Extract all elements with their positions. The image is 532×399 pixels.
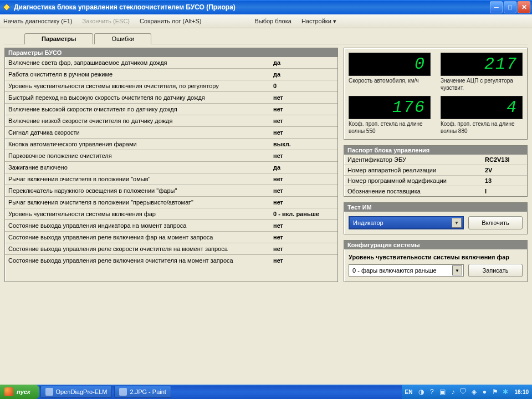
- param-value: нет: [270, 150, 337, 161]
- param-row[interactable]: Парковочное положение очистителянет: [5, 150, 337, 162]
- param-row[interactable]: Работа очистителя в ручном режимеда: [5, 69, 337, 80]
- test-im-select[interactable]: Индикатор ▼: [349, 216, 464, 229]
- passport-key: Номер программной модификации: [347, 177, 485, 184]
- passport-header: Паспорт блока управления: [344, 146, 527, 155]
- gauges-panel: 0Скорость автомобиля, км/ч217Значение АЦ…: [344, 48, 528, 140]
- config-select[interactable]: 0 - фары включаются раньше ▼: [349, 264, 464, 277]
- param-row[interactable]: Кнопка автоматического управления фарами…: [5, 139, 337, 150]
- param-row[interactable]: Зажигание включенода: [5, 162, 337, 173]
- maximize-button[interactable]: □: [504, 1, 516, 13]
- taskbar: пуск OpenDiagPro-ELM2.JPG - Paint EN ◑ ?…: [0, 385, 532, 399]
- param-label: Состояние выхода управления индикатора н…: [5, 220, 270, 231]
- window-title: Диагностика блока управления стеклоочист…: [14, 3, 236, 11]
- windows-logo-icon: [4, 387, 13, 396]
- tray-icon[interactable]: ?: [428, 388, 436, 396]
- tray-icon[interactable]: ✱: [502, 388, 509, 396]
- tray-icon[interactable]: ●: [480, 388, 488, 396]
- param-value: нет: [270, 115, 337, 126]
- param-row[interactable]: Состояние выхода управления индикатора н…: [5, 220, 337, 232]
- start-button[interactable]: пуск: [0, 385, 39, 399]
- close-button[interactable]: ✕: [518, 1, 530, 13]
- param-row[interactable]: Включение низкой скорости очистителя по …: [5, 115, 337, 127]
- toolbar-settings[interactable]: Настройки ▾: [301, 18, 336, 25]
- passport-value: 2V: [485, 167, 524, 173]
- param-value: нет: [270, 255, 337, 266]
- param-row[interactable]: Переключатель наружного освещения в поло…: [5, 185, 337, 197]
- param-row[interactable]: Включение света фар, запрашиваемое датчи…: [5, 57, 337, 69]
- passport-row: Номер аппаратной реализации2V: [344, 165, 527, 176]
- passport-value: 13: [485, 177, 524, 184]
- config-write-button[interactable]: Записать: [468, 264, 523, 277]
- param-value: выкл.: [270, 139, 337, 150]
- param-row[interactable]: Включение высокой скорости очистителя по…: [5, 104, 337, 115]
- param-value: нет: [270, 243, 337, 254]
- test-im-enable-button[interactable]: Включить: [468, 216, 523, 229]
- param-label: Рычаг включения очистителя в положении "…: [5, 173, 270, 185]
- minimize-button[interactable]: ─: [490, 1, 503, 13]
- taskbar-clock: 16:10: [514, 389, 529, 395]
- gauge-display: 0: [349, 53, 431, 76]
- param-label: Включение высокой скорости очистителя по…: [5, 104, 270, 115]
- tray-icon[interactable]: ◈: [470, 388, 478, 396]
- param-row[interactable]: Уровень чувствительности системы включен…: [5, 208, 337, 220]
- param-value: нет: [270, 197, 337, 208]
- param-value: да: [270, 57, 337, 68]
- config-panel: Конфигурация системы Уровень чувствитель…: [344, 240, 528, 282]
- param-row[interactable]: Состояние выхода управления реле включен…: [5, 232, 337, 243]
- config-selected-value: 0 - фары включаются раньше: [352, 267, 437, 274]
- gauge-display: 176: [349, 96, 431, 119]
- param-value: нет: [270, 127, 337, 138]
- toolbar-start-diag[interactable]: Начать диагностику (F1): [3, 18, 72, 24]
- param-label: Уровень чувствительности системы включен…: [5, 80, 270, 91]
- gauge: 4Коэф. проп. стекла на длине волны 880: [441, 96, 523, 135]
- passport-row: Обозначение поставщикаI: [344, 186, 527, 196]
- config-header: Конфигурация системы: [344, 241, 527, 249]
- param-label: Кнопка автоматического управления фарами: [5, 139, 270, 150]
- chevron-down-icon: ▼: [452, 218, 462, 228]
- tab-params[interactable]: Параметры: [24, 33, 93, 44]
- param-value: 0 - вкл. раньше: [270, 208, 337, 219]
- param-row[interactable]: Рычаг включения очистителя в положении "…: [5, 197, 337, 208]
- language-indicator[interactable]: EN: [405, 389, 413, 395]
- tabs: Параметры Ошибки: [24, 33, 528, 44]
- test-im-header: Тест ИМ: [344, 203, 527, 212]
- app-icon: [2, 3, 11, 12]
- gauge: 176Коэф. проп. стекла на длине волны 550: [349, 96, 431, 135]
- toolbar-select-block[interactable]: Выбор блока: [254, 18, 291, 24]
- tray-icon[interactable]: ♪: [449, 388, 457, 396]
- tab-errors[interactable]: Ошибки: [94, 33, 151, 44]
- tray-icon[interactable]: ◑: [417, 388, 425, 396]
- param-label: Состояние выхода управления реле включен…: [5, 255, 270, 266]
- toolbar: Начать диагностику (F1) Закончить (ESC) …: [0, 14, 532, 28]
- params-panel: Параметры БУСО Включение света фар, запр…: [4, 48, 338, 282]
- param-row[interactable]: Состояние выхода управления реле скорост…: [5, 243, 337, 255]
- param-value: нет: [270, 232, 337, 243]
- param-value: нет: [270, 220, 337, 231]
- param-row[interactable]: Сигнал датчика скоростинет: [5, 127, 337, 139]
- param-row[interactable]: Быстрый переход на высокую скорость очис…: [5, 92, 337, 104]
- taskbar-item[interactable]: OpenDiagPro-ELM: [40, 386, 112, 398]
- param-label: Включение света фар, запрашиваемое датчи…: [5, 57, 270, 68]
- gauge-display: 217: [441, 53, 523, 76]
- param-label: Включение низкой скорости очистителя по …: [5, 115, 270, 126]
- param-value: да: [270, 69, 337, 80]
- passport-key: Идентификатор ЭБУ: [347, 156, 485, 163]
- toolbar-stop-diag: Закончить (ESC): [82, 18, 130, 24]
- tray-icon[interactable]: ⚑: [491, 388, 499, 396]
- param-label: Уровень чувствительности системы включен…: [5, 208, 270, 219]
- param-value: нет: [270, 185, 337, 196]
- taskbar-item[interactable]: 2.JPG - Paint: [114, 386, 171, 398]
- config-note: Уровень чувствительности системы включен…: [349, 254, 523, 260]
- param-label: Работа очистителя в ручном режиме: [5, 69, 270, 80]
- param-row[interactable]: Уровень чувствительности системы включен…: [5, 80, 337, 92]
- param-row[interactable]: Рычаг включения очистителя в положении "…: [5, 173, 337, 185]
- svg-marker-0: [3, 4, 10, 11]
- param-label: Рычаг включения очистителя в положении "…: [5, 197, 270, 208]
- param-label: Зажигание включено: [5, 162, 270, 173]
- passport-panel: Паспорт блока управления Идентификатор Э…: [344, 145, 528, 197]
- tray-icon[interactable]: ⛉: [459, 388, 467, 396]
- passport-key: Обозначение поставщика: [347, 188, 485, 195]
- param-row[interactable]: Состояние выхода управления реле включен…: [5, 255, 337, 266]
- toolbar-save-log[interactable]: Сохранить лог (Alt+S): [140, 18, 201, 24]
- tray-icon[interactable]: ▣: [438, 388, 446, 396]
